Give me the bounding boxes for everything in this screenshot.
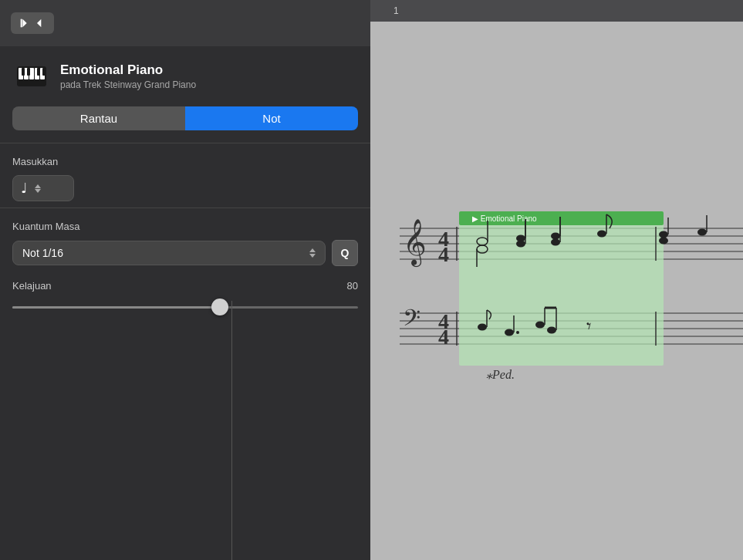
- svg-marker-0: [22, 19, 26, 28]
- velocity-value: 80: [347, 280, 358, 292]
- toolbar-main-button[interactable]: [11, 12, 54, 34]
- kuantum-down-icon: [309, 254, 316, 258]
- ruler: 1: [370, 0, 743, 22]
- velocity-label: Kelajuan: [12, 280, 52, 292]
- svg-marker-2: [37, 19, 41, 28]
- kuantum-row: Not 1/16 Q: [12, 240, 358, 266]
- kuantum-label: Kuantum Masa: [12, 221, 358, 232]
- toolbar: [0, 0, 370, 46]
- svg-point-51: [697, 229, 707, 236]
- not-toggle[interactable]: Not: [185, 106, 358, 130]
- piano-icon: [14, 59, 49, 94]
- slider-thumb[interactable]: [211, 299, 228, 315]
- velocity-header: Kelajuan 80: [12, 280, 358, 292]
- masukkan-section: Masukkan ♩: [0, 143, 370, 207]
- svg-point-55: [505, 329, 514, 336]
- velocity-section: Kelajuan 80: [0, 272, 370, 327]
- music-note-icon: ♩: [21, 180, 27, 197]
- slider-track: [12, 306, 358, 309]
- right-panel: 1 { 𝄞: [370, 0, 743, 560]
- instrument-name: Emotional Piano: [60, 62, 196, 78]
- kuantum-value: Not 1/16: [22, 247, 63, 259]
- velocity-slider-container[interactable]: [12, 299, 358, 315]
- svg-text:⁎Ped.: ⁎Ped.: [486, 368, 515, 381]
- score-area: 1 { 𝄞: [370, 0, 743, 560]
- instrument-header: Emotional Piano pada Trek Steinway Grand…: [0, 46, 370, 106]
- stepper-down-icon: [35, 189, 41, 193]
- masukkan-dropdown[interactable]: ♩: [12, 175, 74, 201]
- svg-point-48: [659, 231, 668, 238]
- left-panel: Emotional Piano pada Trek Steinway Grand…: [0, 0, 370, 560]
- kuantum-up-icon: [309, 248, 316, 252]
- svg-text:4: 4: [438, 242, 449, 266]
- svg-point-53: [478, 324, 487, 331]
- svg-point-59: [547, 327, 556, 334]
- kuantum-section: Kuantum Masa Not 1/16 Q: [0, 208, 370, 272]
- masukkan-label: Masukkan: [12, 156, 358, 167]
- kuantum-dropdown[interactable]: Not 1/16: [12, 241, 326, 265]
- svg-point-50: [659, 238, 668, 245]
- svg-rect-10: [27, 68, 30, 76]
- svg-text:▶ Emotional Piano: ▶ Emotional Piano: [472, 214, 537, 223]
- svg-point-57: [516, 331, 519, 334]
- instrument-icon: [12, 57, 51, 96]
- svg-point-40: [516, 241, 525, 248]
- svg-rect-12: [42, 68, 46, 76]
- svg-text:𝄢: 𝄢: [403, 305, 420, 336]
- svg-text:𝄞: 𝄞: [403, 219, 427, 268]
- svg-point-42: [551, 233, 560, 240]
- svg-point-58: [535, 322, 545, 329]
- slider-fill: [12, 306, 220, 309]
- kuantum-stepper: [309, 248, 316, 258]
- instrument-info: Emotional Piano pada Trek Steinway Grand…: [60, 62, 196, 90]
- instrument-track: pada Trek Steinway Grand Piano: [60, 79, 196, 90]
- svg-text:4: 4: [438, 325, 449, 349]
- toggle-row: Rantau Not: [0, 106, 370, 143]
- vertical-line: [231, 301, 232, 560]
- q-button[interactable]: Q: [332, 240, 358, 266]
- rantau-toggle[interactable]: Rantau: [12, 106, 185, 130]
- svg-rect-11: [37, 68, 40, 76]
- svg-rect-9: [22, 68, 25, 76]
- staff-svg: 𝄞 𝄢 4 4 4 4 ▶ Emotional Piano: [370, 43, 743, 560]
- svg-point-44: [551, 239, 560, 246]
- stepper-up-icon: [35, 184, 41, 188]
- svg-point-46: [597, 231, 606, 238]
- notation-bg: 𝄞 𝄢 4 4 4 4 ▶ Emotional Piano: [370, 22, 743, 560]
- toolbar-chevron-icon: [34, 17, 46, 29]
- input-row: ♩: [12, 175, 358, 201]
- ruler-marker-1: 1: [393, 5, 399, 16]
- svg-rect-31: [459, 211, 664, 366]
- stepper: [35, 184, 41, 193]
- svg-rect-1: [21, 19, 22, 28]
- toolbar-icon: [19, 17, 31, 29]
